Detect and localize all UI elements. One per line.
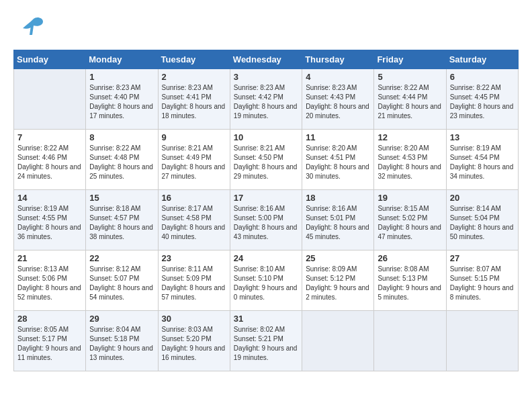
day-info: Sunrise: 8:23 AMSunset: 4:43 PMDaylight:…	[306, 83, 370, 121]
day-info: Sunrise: 8:22 AMSunset: 4:45 PMDaylight:…	[450, 83, 515, 121]
logo-icon	[13, 13, 46, 43]
day-info: Sunrise: 8:20 AMSunset: 4:51 PMDaylight:…	[306, 144, 370, 181]
calendar-cell: 26Sunrise: 8:08 AMSunset: 5:13 PMDayligh…	[374, 250, 446, 311]
day-number: 9	[162, 132, 226, 142]
day-info: Sunrise: 8:15 AMSunset: 5:02 PMDaylight:…	[378, 204, 442, 242]
calendar-week-row: 1Sunrise: 8:23 AMSunset: 4:40 PMDaylight…	[14, 69, 519, 130]
weekday-header: Wednesday	[230, 50, 302, 69]
day-info: Sunrise: 8:16 AMSunset: 5:00 PMDaylight:…	[234, 204, 298, 242]
day-number: 8	[89, 132, 154, 142]
day-info: Sunrise: 8:22 AMSunset: 4:48 PMDaylight:…	[89, 144, 154, 181]
calendar-cell: 17Sunrise: 8:16 AMSunset: 5:00 PMDayligh…	[230, 190, 302, 250]
day-number: 18	[306, 193, 370, 203]
day-info: Sunrise: 8:11 AMSunset: 5:09 PMDaylight:…	[162, 265, 226, 302]
calendar-cell: 9Sunrise: 8:21 AMSunset: 4:49 PMDaylight…	[158, 130, 230, 190]
day-number: 15	[89, 193, 154, 203]
calendar-cell: 8Sunrise: 8:22 AMSunset: 4:48 PMDaylight…	[86, 130, 158, 190]
day-number: 30	[162, 314, 226, 324]
day-info: Sunrise: 8:03 AMSunset: 5:20 PMDaylight:…	[162, 325, 226, 363]
weekday-row: SundayMondayTuesdayWednesdayThursdayFrid…	[14, 50, 519, 69]
calendar-week-row: 14Sunrise: 8:19 AMSunset: 4:55 PMDayligh…	[14, 190, 519, 250]
day-info: Sunrise: 8:21 AMSunset: 4:50 PMDaylight:…	[234, 144, 298, 181]
calendar-cell: 31Sunrise: 8:02 AMSunset: 5:21 PMDayligh…	[230, 311, 302, 371]
calendar-cell: 15Sunrise: 8:18 AMSunset: 4:57 PMDayligh…	[86, 190, 158, 250]
calendar-body: 1Sunrise: 8:23 AMSunset: 4:40 PMDaylight…	[14, 69, 519, 371]
page-container: SundayMondayTuesdayWednesdayThursdayFrid…	[0, 0, 532, 378]
calendar-week-row: 21Sunrise: 8:13 AMSunset: 5:06 PMDayligh…	[14, 250, 519, 311]
calendar-cell: 20Sunrise: 8:14 AMSunset: 5:04 PMDayligh…	[446, 190, 518, 250]
calendar-cell: 25Sunrise: 8:09 AMSunset: 5:12 PMDayligh…	[302, 250, 374, 311]
calendar-cell: 19Sunrise: 8:15 AMSunset: 5:02 PMDayligh…	[374, 190, 446, 250]
calendar-cell: 12Sunrise: 8:20 AMSunset: 4:53 PMDayligh…	[374, 130, 446, 190]
calendar-cell: 10Sunrise: 8:21 AMSunset: 4:50 PMDayligh…	[230, 130, 302, 190]
day-number: 21	[17, 253, 82, 263]
day-number: 6	[450, 72, 515, 82]
calendar-cell	[446, 311, 518, 371]
day-number: 31	[234, 314, 298, 324]
day-info: Sunrise: 8:19 AMSunset: 4:54 PMDaylight:…	[450, 144, 515, 181]
day-info: Sunrise: 8:05 AMSunset: 5:17 PMDaylight:…	[17, 325, 82, 363]
day-number: 14	[17, 193, 82, 203]
calendar-header: SundayMondayTuesdayWednesdayThursdayFrid…	[14, 50, 519, 69]
day-number: 3	[234, 72, 298, 82]
calendar-cell: 18Sunrise: 8:16 AMSunset: 5:01 PMDayligh…	[302, 190, 374, 250]
page-header	[13, 13, 519, 43]
calendar-cell	[374, 311, 446, 371]
calendar-cell: 1Sunrise: 8:23 AMSunset: 4:40 PMDaylight…	[86, 69, 158, 130]
logo	[13, 13, 48, 43]
day-info: Sunrise: 8:12 AMSunset: 5:07 PMDaylight:…	[89, 265, 154, 302]
calendar-cell: 22Sunrise: 8:12 AMSunset: 5:07 PMDayligh…	[86, 250, 158, 311]
day-number: 13	[450, 132, 515, 142]
calendar-cell: 27Sunrise: 8:07 AMSunset: 5:15 PMDayligh…	[446, 250, 518, 311]
day-info: Sunrise: 8:23 AMSunset: 4:42 PMDaylight:…	[234, 83, 298, 121]
calendar-week-row: 28Sunrise: 8:05 AMSunset: 5:17 PMDayligh…	[14, 311, 519, 371]
day-number: 26	[378, 253, 442, 263]
day-number: 2	[162, 72, 226, 82]
calendar-cell	[302, 311, 374, 371]
day-number: 29	[89, 314, 154, 324]
calendar-cell: 23Sunrise: 8:11 AMSunset: 5:09 PMDayligh…	[158, 250, 230, 311]
day-info: Sunrise: 8:20 AMSunset: 4:53 PMDaylight:…	[378, 144, 442, 181]
day-number: 22	[89, 253, 154, 263]
day-number: 7	[17, 132, 82, 142]
weekday-header: Thursday	[302, 50, 374, 69]
day-info: Sunrise: 8:18 AMSunset: 4:57 PMDaylight:…	[89, 204, 154, 242]
calendar-cell: 21Sunrise: 8:13 AMSunset: 5:06 PMDayligh…	[14, 250, 86, 311]
weekday-header: Friday	[374, 50, 446, 69]
day-number: 12	[378, 132, 442, 142]
day-number: 25	[306, 253, 370, 263]
day-info: Sunrise: 8:09 AMSunset: 5:12 PMDaylight:…	[306, 265, 370, 302]
day-info: Sunrise: 8:21 AMSunset: 4:49 PMDaylight:…	[162, 144, 226, 181]
calendar-cell: 16Sunrise: 8:17 AMSunset: 4:58 PMDayligh…	[158, 190, 230, 250]
calendar-cell: 11Sunrise: 8:20 AMSunset: 4:51 PMDayligh…	[302, 130, 374, 190]
day-info: Sunrise: 8:07 AMSunset: 5:15 PMDaylight:…	[450, 265, 515, 302]
calendar-cell: 13Sunrise: 8:19 AMSunset: 4:54 PMDayligh…	[446, 130, 518, 190]
day-number: 24	[234, 253, 298, 263]
calendar-cell	[14, 69, 86, 130]
day-number: 19	[378, 193, 442, 203]
calendar-cell: 4Sunrise: 8:23 AMSunset: 4:43 PMDaylight…	[302, 69, 374, 130]
day-number: 4	[306, 72, 370, 82]
day-info: Sunrise: 8:23 AMSunset: 4:40 PMDaylight:…	[89, 83, 154, 121]
day-number: 28	[17, 314, 82, 324]
calendar-table: SundayMondayTuesdayWednesdayThursdayFrid…	[13, 50, 519, 371]
day-info: Sunrise: 8:02 AMSunset: 5:21 PMDaylight:…	[234, 325, 298, 363]
day-number: 11	[306, 132, 370, 142]
day-info: Sunrise: 8:22 AMSunset: 4:44 PMDaylight:…	[378, 83, 442, 121]
weekday-header: Sunday	[14, 50, 86, 69]
day-info: Sunrise: 8:23 AMSunset: 4:41 PMDaylight:…	[162, 83, 226, 121]
day-number: 20	[450, 193, 515, 203]
day-number: 23	[162, 253, 226, 263]
day-number: 16	[162, 193, 226, 203]
calendar-cell: 6Sunrise: 8:22 AMSunset: 4:45 PMDaylight…	[446, 69, 518, 130]
calendar-cell: 5Sunrise: 8:22 AMSunset: 4:44 PMDaylight…	[374, 69, 446, 130]
weekday-header: Tuesday	[158, 50, 230, 69]
day-info: Sunrise: 8:04 AMSunset: 5:18 PMDaylight:…	[89, 325, 154, 363]
day-number: 17	[234, 193, 298, 203]
calendar-cell: 2Sunrise: 8:23 AMSunset: 4:41 PMDaylight…	[158, 69, 230, 130]
calendar-cell: 29Sunrise: 8:04 AMSunset: 5:18 PMDayligh…	[86, 311, 158, 371]
calendar-cell: 30Sunrise: 8:03 AMSunset: 5:20 PMDayligh…	[158, 311, 230, 371]
day-info: Sunrise: 8:16 AMSunset: 5:01 PMDaylight:…	[306, 204, 370, 242]
calendar-cell: 3Sunrise: 8:23 AMSunset: 4:42 PMDaylight…	[230, 69, 302, 130]
day-number: 10	[234, 132, 298, 142]
